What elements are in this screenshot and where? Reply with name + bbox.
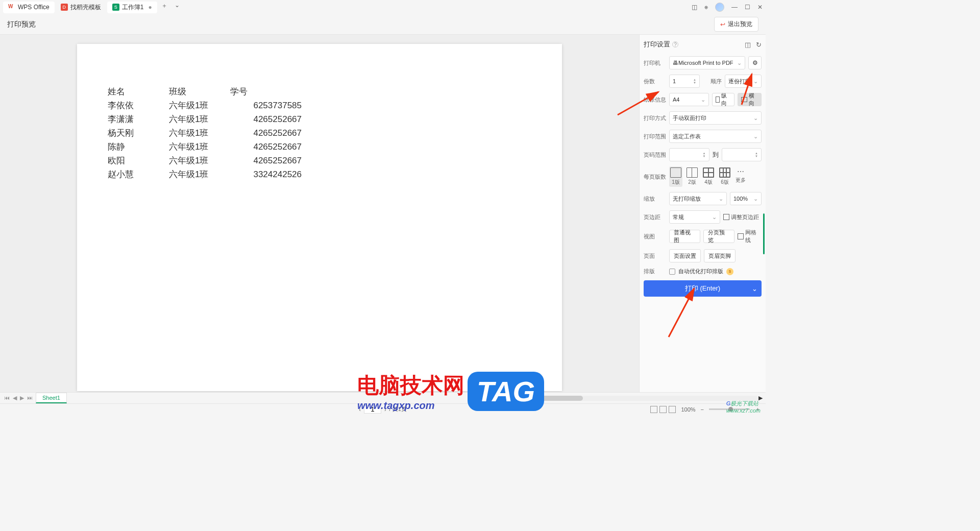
portrait-icon (716, 96, 720, 103)
titlebar: W WPS Office D 找稻壳模板 S 工作簿1 ● ＋ ⌄ ◫ ⎈ — … (0, 0, 766, 14)
add-tab-icon[interactable]: ＋ (158, 2, 170, 13)
prev-sheet-icon[interactable]: ◀ (12, 395, 18, 401)
tab-workbook[interactable]: S 工作簿1 ● (107, 2, 157, 13)
layout-4up[interactable]: 4版 (702, 166, 715, 187)
exit-preview-button[interactable]: ↩ 退出预览 (714, 17, 758, 32)
layout-label: 排版 (644, 268, 666, 275)
th-id: 学号 (230, 85, 302, 99)
normal-view-button[interactable]: 普通视图 (669, 230, 700, 243)
toolbar: 打印预览 ↩ 退出预览 (0, 14, 766, 35)
chevron-down-icon: ⌄ (753, 196, 758, 202)
printer-select[interactable]: 🖶 Microsoft Print to PDF ⌄ (669, 56, 745, 69)
close-icon[interactable]: ● (148, 4, 152, 11)
table-row: 欧阳六年级1班4265252667 (108, 154, 302, 167)
page-navigator: ‹ › / 共1页 (359, 405, 407, 414)
sheet-icon: S (112, 4, 119, 11)
view-mode-3-icon[interactable] (669, 406, 676, 413)
prev-page-icon[interactable]: ‹ (359, 406, 361, 413)
gear-icon: ⚙ (752, 59, 758, 66)
margin-select[interactable]: 常规 ⌄ (669, 210, 720, 224)
order-select[interactable]: 逐份打印 ⌄ (725, 75, 762, 88)
page-to-input[interactable]: ▲▼ (722, 148, 762, 161)
view-mode-icons (650, 406, 676, 413)
chevron-down-icon[interactable]: ⌄ (752, 285, 757, 293)
last-sheet-icon[interactable]: ⏭ (26, 395, 34, 401)
gridlines-button[interactable]: 网格线 (738, 229, 762, 244)
zoom-value[interactable]: 100% (681, 406, 695, 413)
page-title: 打印预览 (7, 20, 36, 29)
layout-icon[interactable]: ◫ (745, 41, 751, 49)
perpage-label: 每页版数 (644, 173, 666, 181)
refresh-icon[interactable]: ↻ (756, 41, 762, 49)
scroll-indicator[interactable] (763, 213, 765, 254)
exit-label: 退出预览 (728, 20, 752, 29)
vip-icon: $ (726, 268, 733, 275)
adjust-margin-button[interactable]: 调整页边距 (723, 213, 759, 221)
tab-wps-home[interactable]: W WPS Office (3, 2, 55, 13)
pages-per-sheet: 1版 2版 4版 6版 ⋯更多 (669, 166, 747, 187)
chevron-down-icon: ⌄ (701, 96, 705, 103)
maximize-icon[interactable]: ☐ (745, 4, 750, 11)
zoom-out-icon[interactable]: − (701, 406, 704, 413)
layout-6up[interactable]: 6版 (718, 166, 731, 187)
sheet-tab[interactable]: Sheet1 (36, 393, 67, 403)
table-row: 杨天刚六年级1班4265252667 (108, 126, 302, 140)
minimize-icon[interactable]: — (731, 4, 738, 11)
scroll-left-icon[interactable]: ◀ (518, 395, 522, 401)
watermark-download: G极光下载站 www.xz7.com (726, 400, 761, 414)
zoom-pct-select[interactable]: 100% ⌄ (730, 192, 762, 205)
print-range-select[interactable]: 选定工作表 ⌄ (669, 130, 762, 143)
next-page-icon[interactable]: › (384, 406, 386, 413)
main-area: 姓名 班级 学号 李依依六年级1班6253737585 李潇潇六年级1班4265… (0, 35, 766, 392)
spinner-icon[interactable]: ▲▼ (693, 78, 696, 84)
paper-label: 纸张信息 (644, 96, 666, 104)
view-label: 视图 (644, 233, 666, 240)
panel-header: 打印设置 ? ◫ ↻ (644, 40, 762, 49)
scroll-thumb[interactable] (522, 396, 583, 401)
paper-select[interactable]: A4 ⌄ (669, 93, 709, 106)
panel-icon[interactable]: ◫ (692, 4, 697, 11)
header-footer-button[interactable]: 页眉页脚 (704, 249, 736, 262)
layout-more[interactable]: ⋯更多 (734, 166, 747, 187)
help-icon[interactable]: ? (672, 41, 678, 47)
avatar-icon[interactable] (715, 3, 724, 12)
print-button[interactable]: 打印 (Enter) ⌄ (644, 280, 762, 297)
th-class: 班级 (169, 85, 230, 99)
spinner-icon[interactable]: ▲▼ (703, 152, 706, 158)
preview-area[interactable]: 姓名 班级 学号 李依依六年级1班6253737585 李潇潇六年级1班4265… (0, 35, 639, 392)
copies-input[interactable]: 1 ▲▼ (669, 75, 700, 88)
spinner-icon[interactable]: ▲▼ (755, 152, 758, 158)
mode-label: 打印方式 (644, 114, 666, 122)
margin-icon (723, 214, 729, 220)
view-mode-1-icon[interactable] (650, 406, 657, 413)
portrait-button[interactable]: 纵向 (712, 93, 734, 106)
page-setup-button[interactable]: 页面设置 (669, 249, 701, 262)
print-mode-select[interactable]: 手动双面打印 ⌄ (669, 111, 762, 125)
layout-2up[interactable]: 2版 (685, 166, 699, 187)
cube-icon[interactable]: ⎈ (704, 4, 708, 11)
landscape-button[interactable]: 横向 (738, 93, 762, 106)
layout-1up[interactable]: 1版 (669, 166, 682, 187)
auto-layout-checkbox[interactable] (669, 269, 675, 275)
zoom-label: 缩放 (644, 195, 666, 203)
status-bar: ‹ › / 共1页 100% − ＋ (0, 403, 766, 415)
tab-menu-icon[interactable]: ⌄ (172, 2, 183, 13)
next-sheet-icon[interactable]: ▶ (19, 395, 25, 401)
page-view-button[interactable]: 分页预览 (703, 230, 734, 243)
zoom-select[interactable]: 无打印缩放 ⌄ (669, 192, 727, 205)
view-mode-2-icon[interactable] (659, 406, 667, 413)
auto-layout-label: 自动优化打印排版 (678, 268, 723, 275)
pgrange-label: 页码范围 (644, 151, 666, 159)
page-from-input[interactable]: ▲▼ (669, 148, 709, 161)
page-number-input[interactable] (364, 405, 381, 414)
first-sheet-icon[interactable]: ⏮ (3, 395, 11, 401)
table-row: 陈静六年级1班4265252667 (108, 140, 302, 154)
chevron-down-icon: ⌄ (712, 214, 717, 221)
tab-template[interactable]: D 找稻壳模板 (56, 2, 106, 13)
window-tabs: W WPS Office D 找稻壳模板 S 工作簿1 ● ＋ ⌄ (3, 2, 183, 13)
printer-settings-button[interactable]: ⚙ (748, 56, 762, 69)
panel-title: 打印设置 (644, 40, 670, 49)
table-row: 李潇潇六年级1班4265252667 (108, 112, 302, 126)
table-row: 李依依六年级1班6253737585 (108, 99, 302, 112)
close-window-icon[interactable]: ✕ (757, 4, 763, 11)
